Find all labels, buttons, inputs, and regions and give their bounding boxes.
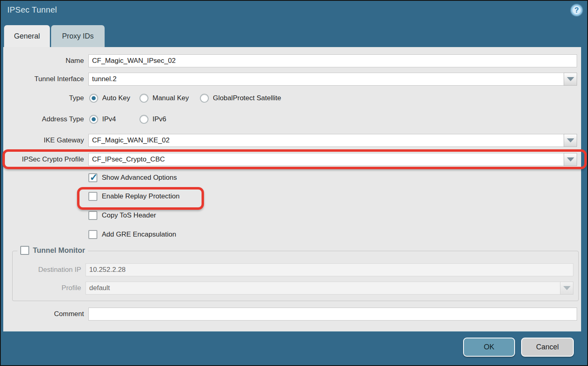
tunnel-monitor-fieldset: Tunnel Monitor Destination IP Profile <box>12 251 579 301</box>
help-icon-glyph: ? <box>575 6 579 15</box>
tab-general[interactable]: General <box>4 25 50 47</box>
ipv4-label: IPv4 <box>102 115 116 123</box>
destination-ip-input <box>86 263 573 276</box>
ipsec-crypto-profile-row: IPSec Crypto Profile <box>3 153 581 166</box>
chevron-down-icon <box>567 77 574 81</box>
show-advanced-options-label: Show Advanced Options <box>102 174 177 182</box>
show-advanced-options-row: Show Advanced Options <box>88 173 177 182</box>
comment-input[interactable] <box>88 308 577 321</box>
tunnel-monitor-checkbox[interactable] <box>20 246 29 255</box>
auto-key-radio[interactable] <box>89 94 98 103</box>
copy-tos-header-row: Copy ToS Header <box>88 211 156 220</box>
chevron-down-icon <box>567 157 574 161</box>
ipsec-crypto-profile-label: IPSec Crypto Profile <box>3 155 84 164</box>
enable-replay-protection-checkbox[interactable] <box>88 192 97 201</box>
general-tab-panel: Name Tunnel Interface Type Auto Key <box>3 47 581 331</box>
copy-tos-header-label: Copy ToS Header <box>102 211 156 220</box>
cancel-button[interactable]: Cancel <box>521 338 574 357</box>
show-advanced-options-checkbox[interactable] <box>88 173 97 182</box>
tunnel-monitor-label: Tunnel Monitor <box>33 246 85 255</box>
ipsec-crypto-profile-input[interactable] <box>88 153 564 166</box>
ipsec-crypto-profile-dropdown-button[interactable] <box>564 153 577 166</box>
ipv4-radio[interactable] <box>89 115 98 124</box>
add-gre-encapsulation-label: Add GRE Encapsulation <box>102 230 176 239</box>
type-option-globalprotect: GlobalProtect Satellite <box>200 94 281 103</box>
tunnel-interface-input[interactable] <box>88 73 564 86</box>
tab-general-label: General <box>14 32 40 41</box>
tunnel-interface-label: Tunnel Interface <box>3 75 84 83</box>
auto-key-label: Auto Key <box>102 94 130 102</box>
ok-button-label: OK <box>484 343 494 351</box>
name-row: Name <box>3 54 581 67</box>
ipv6-radio[interactable] <box>139 115 148 124</box>
monitor-profile-label: Profile <box>13 284 81 292</box>
type-row: Type Auto Key Manual Key GlobalProtect S… <box>3 93 581 103</box>
monitor-profile-row: Profile <box>13 282 578 295</box>
comment-label: Comment <box>3 310 84 318</box>
ok-button[interactable]: OK <box>463 338 515 357</box>
tab-proxy-ids[interactable]: Proxy IDs <box>51 25 105 47</box>
address-type-option-ipv4: IPv4 <box>89 115 139 124</box>
ike-gateway-input[interactable] <box>88 134 564 147</box>
cancel-button-label: Cancel <box>536 343 559 351</box>
name-input[interactable] <box>88 54 577 67</box>
ike-gateway-row: IKE Gateway <box>3 134 581 147</box>
address-type-label: Address Type <box>3 115 84 123</box>
enable-replay-protection-row: Enable Replay Protection <box>88 192 180 201</box>
ipsec-tunnel-dialog: IPSec Tunnel ? General Proxy IDs Name Tu… <box>0 0 588 366</box>
manual-key-label: Manual Key <box>152 94 189 102</box>
tunnel-interface-dropdown-button[interactable] <box>564 73 577 86</box>
type-label: Type <box>3 94 84 102</box>
enable-replay-protection-label: Enable Replay Protection <box>102 192 180 200</box>
ike-gateway-dropdown-button[interactable] <box>564 134 577 147</box>
tab-proxy-ids-label: Proxy IDs <box>62 32 94 41</box>
comment-row: Comment <box>3 308 581 321</box>
type-option-auto-key: Auto Key <box>89 94 139 103</box>
tunnel-interface-row: Tunnel Interface <box>3 73 581 86</box>
tunnel-monitor-legend: Tunnel Monitor <box>17 246 88 255</box>
help-icon[interactable]: ? <box>571 4 582 16</box>
ipv6-label: IPv6 <box>152 115 166 123</box>
destination-ip-label: Destination IP <box>13 266 81 274</box>
destination-ip-row: Destination IP <box>13 263 578 276</box>
chevron-down-icon <box>563 286 571 290</box>
monitor-profile-input <box>86 282 560 295</box>
add-gre-encapsulation-row: Add GRE Encapsulation <box>88 230 176 239</box>
dialog-title: IPSec Tunnel <box>7 5 57 15</box>
chevron-down-icon <box>567 138 574 142</box>
type-option-manual-key: Manual Key <box>139 94 200 103</box>
copy-tos-header-checkbox[interactable] <box>88 211 97 220</box>
address-type-option-ipv6: IPv6 <box>139 115 166 124</box>
name-label: Name <box>3 57 84 65</box>
manual-key-radio[interactable] <box>139 94 148 103</box>
globalprotect-satellite-label: GlobalProtect Satellite <box>213 94 281 102</box>
address-type-row: Address Type IPv4 IPv6 <box>3 114 581 124</box>
add-gre-encapsulation-checkbox[interactable] <box>88 230 97 239</box>
ike-gateway-label: IKE Gateway <box>3 136 84 144</box>
globalprotect-satellite-radio[interactable] <box>200 94 209 103</box>
monitor-profile-dropdown-button <box>560 282 573 295</box>
